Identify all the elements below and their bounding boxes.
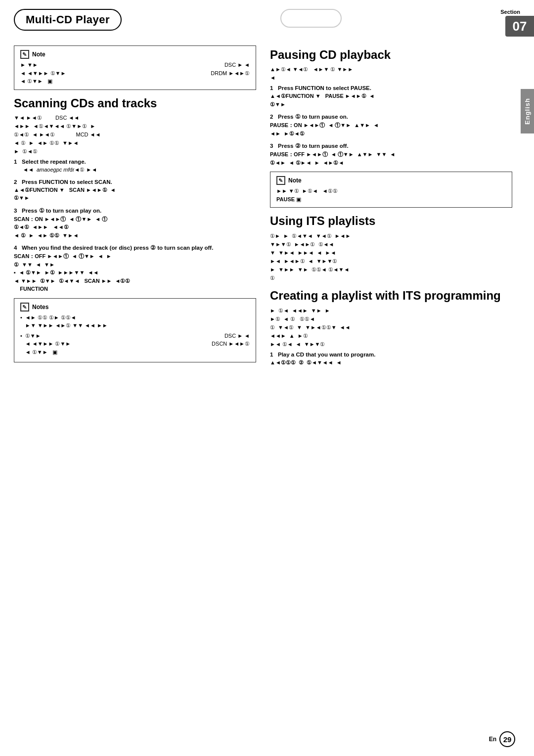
pausing-step-1: 1 Press FUNCTION to select PAUSE. ▲◄①FUN… [270, 85, 512, 108]
note-icon-pausing: ✎ [276, 176, 285, 185]
scanning-heading: Scanning CDs and tracks [14, 97, 256, 110]
pausing-step-3: 3 Press ② to turn pause off. PAUSE：OFF ►… [270, 142, 512, 167]
notes-header: ✎ Notes [20, 303, 250, 311]
svg-text:✎: ✎ [22, 304, 27, 310]
note-box-top: ✎ Note ► ▼► DSC ► ◄ ◄ ◄▼►► ①▼► DRDM ►◄►①… [14, 45, 256, 90]
footer: En 29 [489, 731, 515, 747]
language-tab: English [521, 89, 534, 133]
creating-step-1: 1 Play a CD that you want to program. ▲◄… [270, 352, 512, 367]
its-intro: ①► ► ①◄▼◄ ▼◄① ►◄► ▼►▼① ►◄►① ①◄◄ ▼ ▼►◄ ►►… [270, 232, 512, 282]
note-top-text: ► ▼► DSC ► ◄ ◄ ◄▼►► ①▼► DRDM ►◄►① ◄ ①▼► … [20, 61, 250, 86]
svg-text:✎: ✎ [278, 178, 283, 183]
step-3: 3 Press ① to turn scan play on. SCAN：ON … [14, 207, 256, 240]
notes-icon: ✎ [20, 303, 29, 311]
note-item-1: • ◄► ①① ①► ①①◄ ►▼ ▼►► ◄►① ▼▼ ◄◄ ►► [20, 313, 250, 330]
main-content: ✎ Note ► ▼► DSC ► ◄ ◄ ◄▼►► ①▼► DRDM ►◄►①… [0, 37, 534, 371]
note-item-2: • ①▼► DSC ► ◄ ◄ ◄▼►► ①▼► DSCN ►◄►① ◄ ①▼►… [20, 332, 250, 356]
creating-heading: Creating a playlist with ITS programming [270, 289, 512, 302]
step-2: 2 Press FUNCTION to select SCAN. ▲◄①FUNC… [14, 179, 256, 202]
its-heading: Using ITS playlists [270, 215, 512, 227]
note-box-pausing: ✎ Note ►► ▼① ►①◄ ◄①① PAUSE ▣ [270, 172, 512, 208]
creating-intro: ► ①◄ ◄◄► ▼► ► ►① ◄ ① ①①◄ ① ▼◄① ▼ ▼►◄①①▼ … [270, 307, 512, 349]
pausing-intro: ▲►①◄ ▼◄① ◄►▼ ① ▼►► ◄ [270, 65, 512, 82]
page-title: Multi-CD Player [14, 9, 122, 31]
right-column: Pausing CD playback ▲►①◄ ▼◄① ◄►▼ ① ▼►► ◄… [270, 42, 512, 371]
notes-box-bottom: ✎ Notes • ◄► ①① ①► ①①◄ ►▼ ▼►► ◄►① ▼▼ ◄◄ … [14, 298, 256, 363]
left-column: ✎ Note ► ▼► DSC ► ◄ ◄ ◄▼►► ①▼► DRDM ►◄►①… [14, 42, 256, 371]
note-icon: ✎ [20, 50, 29, 59]
page-header: Multi-CD Player Section 07 [0, 0, 534, 37]
scanning-intro: ▼◄ ►◄① DSC ◄◄ ◄►► ◄①◄▼◄◄ ①▼►① ► ①◄① ◄ ►◄… [14, 114, 256, 156]
svg-text:✎: ✎ [22, 51, 27, 57]
section-badge: Section 07 [500, 9, 520, 37]
pausing-heading: Pausing CD playback [270, 48, 512, 61]
note-header: ✎ Note [20, 50, 250, 59]
pausing-step-2: 2 Press ① to turn pause on. PAUSE：ON ►◄►… [270, 113, 512, 137]
step-1: 1 Select the repeat range. ◄◄ amaoegpc m… [14, 159, 256, 174]
step-4: 4 When you find the desired track (or di… [14, 244, 256, 293]
